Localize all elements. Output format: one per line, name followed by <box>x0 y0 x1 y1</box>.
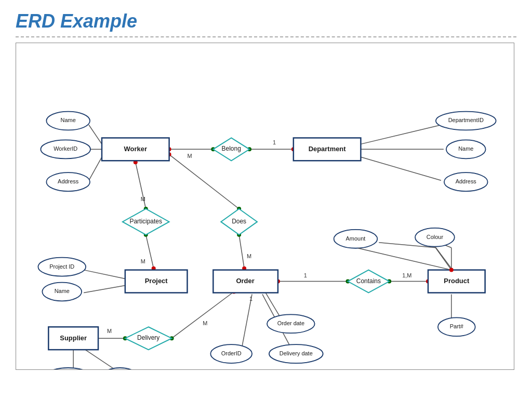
svg-text:1: 1 <box>304 272 307 278</box>
entity-department-label: Department <box>309 145 347 153</box>
rel-belong-label: Belong <box>222 145 241 153</box>
svg-text:Project ID: Project ID <box>49 263 74 270</box>
svg-line-5 <box>361 125 441 144</box>
svg-text:1: 1 <box>249 296 252 302</box>
svg-text:Delivery date: Delivery date <box>280 350 313 356</box>
page: ERD Example <box>0 0 532 399</box>
erd-svg: 1 M M M M 1 1,M <box>16 43 514 369</box>
svg-line-27 <box>84 349 115 369</box>
svg-text:M: M <box>107 328 112 334</box>
rel-does-label: Does <box>232 218 246 225</box>
svg-text:Name: Name <box>61 117 76 123</box>
title-divider <box>16 36 516 37</box>
rel-contains-label: Contains <box>356 277 381 285</box>
entity-worker-label: Worker <box>124 145 147 153</box>
entity-supplier-label: Supplier <box>60 334 87 342</box>
svg-text:M: M <box>141 196 145 202</box>
svg-line-2 <box>89 157 102 180</box>
attr-supplier-id <box>44 368 92 369</box>
svg-text:1,M: 1,M <box>402 272 411 278</box>
svg-line-25 <box>172 291 234 338</box>
svg-text:Address: Address <box>456 178 477 184</box>
svg-text:1: 1 <box>273 139 276 145</box>
rel-delivery-label: Delivery <box>137 334 159 341</box>
svg-text:Amount: Amount <box>346 235 366 242</box>
svg-text:M: M <box>203 320 207 326</box>
svg-line-11 <box>239 235 244 269</box>
svg-text:Part#: Part# <box>450 323 464 329</box>
svg-text:M: M <box>247 253 251 259</box>
svg-line-75 <box>358 248 451 270</box>
svg-text:M: M <box>187 153 192 159</box>
svg-line-0 <box>89 125 102 144</box>
svg-text:Address: Address <box>58 178 79 184</box>
svg-line-10 <box>169 154 240 209</box>
entity-order-label: Order <box>236 277 255 285</box>
svg-point-76 <box>449 268 454 272</box>
page-title: ERD Example <box>16 10 516 32</box>
svg-text:DepartmentID: DepartmentID <box>448 117 484 123</box>
entity-project-label: Project <box>145 277 168 285</box>
svg-line-13 <box>84 286 125 293</box>
svg-line-12 <box>84 270 125 279</box>
svg-text:M: M <box>141 258 145 264</box>
svg-text:Colour: Colour <box>427 234 444 240</box>
svg-text:OrderID: OrderID <box>221 350 242 356</box>
rel-participates-label: Participates <box>130 218 162 225</box>
entity-product-label: Product <box>444 277 470 285</box>
erd-diagram: 1 M M M M 1 1,M <box>16 43 514 370</box>
svg-line-7 <box>361 157 441 180</box>
svg-text:Order date: Order date <box>277 320 304 326</box>
svg-text:Name: Name <box>458 145 473 152</box>
attr-supplier-name <box>101 368 139 369</box>
svg-line-9 <box>146 235 154 269</box>
svg-line-22 <box>242 294 252 349</box>
svg-text:WorkerID: WorkerID <box>54 145 77 152</box>
svg-text:Name: Name <box>55 288 70 294</box>
